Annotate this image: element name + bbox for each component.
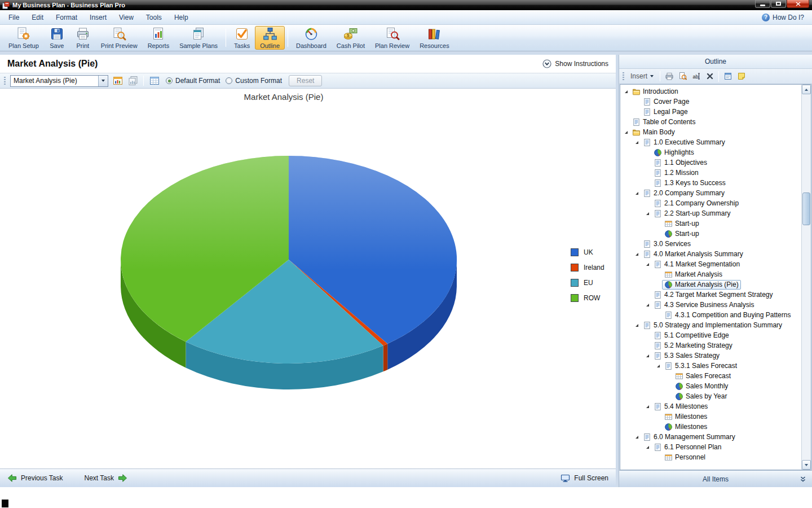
menu-edit[interactable]: Edit xyxy=(25,11,50,24)
tree-scrollbar[interactable] xyxy=(801,85,811,470)
tree-item[interactable]: Cover Page xyxy=(620,97,801,107)
tree-item[interactable]: 5.3 Sales Strategy xyxy=(620,351,801,361)
toolbar-tasks-button[interactable]: Tasks xyxy=(229,26,255,50)
print-button[interactable] xyxy=(663,71,675,82)
next-task-button[interactable]: Next Task xyxy=(84,474,127,483)
print-preview-button[interactable] xyxy=(677,71,689,82)
tree-item[interactable]: Introduction xyxy=(620,86,801,97)
scroll-thumb[interactable] xyxy=(802,192,810,225)
tree-item[interactable]: Market Analysis xyxy=(620,269,801,279)
tree-item[interactable]: Sales by Year xyxy=(620,391,801,401)
menu-help[interactable]: Help xyxy=(168,11,195,24)
tree-item[interactable]: Sales Monthly xyxy=(620,381,801,391)
tree-item[interactable]: 5.0 Strategy and Implementation Summary xyxy=(620,320,801,330)
toolbar-plan-setup-button[interactable]: Plan Setup xyxy=(3,26,44,50)
full-screen-button[interactable]: Full Screen xyxy=(561,474,608,483)
menu-tools[interactable]: Tools xyxy=(140,11,168,24)
tree-item[interactable]: 6.1 Personnel Plan xyxy=(620,442,801,452)
toolbar-resources-button[interactable]: Resources xyxy=(414,26,454,50)
delete-button[interactable] xyxy=(704,71,716,82)
all-items-bar[interactable]: All Items xyxy=(619,470,812,487)
expand-arrow-icon[interactable] xyxy=(644,210,651,217)
expand-arrow-icon[interactable] xyxy=(633,251,641,258)
toolbar-plan-review-button[interactable]: Plan Review xyxy=(370,26,414,50)
expand-arrow-icon[interactable] xyxy=(644,301,651,309)
toolbar-outline-button[interactable]: Outline xyxy=(255,26,285,50)
expand-arrow-icon[interactable] xyxy=(633,433,641,441)
menu-format[interactable]: Format xyxy=(50,11,83,24)
chart-copy-button[interactable] xyxy=(127,75,139,87)
toolbar-cash-pilot-button[interactable]: $Cash Pilot xyxy=(332,26,370,50)
tree-item[interactable]: 6.0 Management Summary xyxy=(620,432,801,442)
tree-item[interactable]: Market Analysis (Pie) xyxy=(620,279,801,290)
tree-item[interactable]: 1.1 Objectives xyxy=(620,157,801,168)
scroll-down-button[interactable] xyxy=(802,460,811,470)
tree-item[interactable]: 5.1 Competitive Edge xyxy=(620,330,801,340)
insert-dropdown[interactable]: Insert xyxy=(627,71,657,82)
tree-item[interactable]: 1.2 Mission xyxy=(620,168,801,178)
tree-item[interactable]: Table of Contents xyxy=(620,117,801,127)
expand-arrow-icon[interactable] xyxy=(633,322,641,329)
reset-button[interactable]: Reset xyxy=(289,75,322,86)
rename-button[interactable]: ab xyxy=(690,71,702,82)
properties-button[interactable] xyxy=(722,71,734,82)
tree-item[interactable]: Personnel xyxy=(620,452,801,462)
tree-item[interactable]: 2.1 Company Ownership xyxy=(620,198,801,208)
menu-file[interactable]: File xyxy=(2,11,25,24)
dropdown-arrow-icon[interactable] xyxy=(98,76,108,86)
expand-arrow-icon[interactable] xyxy=(623,88,630,95)
tree-item[interactable]: 4.3 Service Business Analysis xyxy=(620,300,801,310)
expand-arrow-icon[interactable] xyxy=(655,362,662,370)
previous-task-button[interactable]: Previous Task xyxy=(7,474,63,483)
expand-arrow-icon[interactable] xyxy=(644,352,651,360)
tree-item[interactable]: 4.0 Market Analysis Summary xyxy=(620,249,801,259)
expand-arrow-icon[interactable] xyxy=(623,129,630,136)
toolbar-save-button[interactable]: Save xyxy=(44,26,70,50)
tree-item[interactable]: 5.3.1 Sales Forecast xyxy=(620,361,801,371)
toolbar-grip[interactable] xyxy=(4,77,6,85)
tree-item[interactable]: 2.2 Start-up Summary xyxy=(620,208,801,218)
default-format-radio[interactable]: Default Format xyxy=(166,77,220,85)
tree-item[interactable]: 1.3 Keys to Success xyxy=(620,178,801,188)
tree-item[interactable]: 5.4 Milestones xyxy=(620,401,801,411)
maximize-button[interactable] xyxy=(771,0,786,8)
tree-item[interactable]: 2.0 Company Summary xyxy=(620,188,801,198)
tree-item[interactable]: 3.0 Services xyxy=(620,239,801,249)
table-view-button[interactable] xyxy=(148,75,160,87)
expand-arrow-icon[interactable] xyxy=(633,190,641,197)
expand-arrow-icon[interactable] xyxy=(644,403,651,410)
expand-arrow-icon[interactable] xyxy=(644,261,651,268)
tree-item[interactable]: Milestones xyxy=(620,422,801,432)
tree-item[interactable]: Start-up xyxy=(620,229,801,239)
menu-view[interactable]: View xyxy=(113,11,140,24)
toolbar-dashboard-button[interactable]: Dashboard xyxy=(291,26,332,50)
toolbar-grip[interactable] xyxy=(623,72,624,80)
toolbar-print-preview-button[interactable]: Print Preview xyxy=(96,26,143,50)
custom-format-radio[interactable]: Custom Format xyxy=(226,77,282,85)
tree-item[interactable]: 1.0 Executive Summary xyxy=(620,137,801,147)
tree-item[interactable]: Highlights xyxy=(620,147,801,157)
tree-item[interactable]: 4.2 Target Market Segment Strategy xyxy=(620,290,801,300)
menu-insert[interactable]: Insert xyxy=(83,11,113,24)
tree-item[interactable]: 5.2 Marketing Strategy xyxy=(620,340,801,351)
toolbar-reports-button[interactable]: Reports xyxy=(143,26,175,50)
how-do-i-link[interactable]: ? How Do I? xyxy=(762,14,810,21)
tree-item[interactable]: Legal Page xyxy=(620,107,801,117)
expand-arrow-icon[interactable] xyxy=(633,139,641,146)
tree-item[interactable]: 4.1 Market Segmentation xyxy=(620,259,801,269)
chart-manager-button[interactable] xyxy=(112,75,123,87)
tree-item[interactable]: Sales Forecast xyxy=(620,371,801,381)
tree-item[interactable]: Main Body xyxy=(620,127,801,137)
scroll-up-button[interactable] xyxy=(802,85,811,94)
chart-selector-dropdown[interactable]: Market Analysis (Pie) xyxy=(10,75,108,87)
toolbar-sample-plans-button[interactable]: Sample Plans xyxy=(174,26,223,50)
minimize-button[interactable] xyxy=(755,0,770,8)
show-instructions-toggle[interactable]: Show Instructions xyxy=(542,59,608,68)
tree-item[interactable]: Start-up xyxy=(620,218,801,229)
tree-item[interactable]: Milestones xyxy=(620,411,801,422)
tree-item[interactable]: 4.3.1 Competition and Buying Patterns xyxy=(620,310,801,320)
toolbar-print-button[interactable]: Print xyxy=(70,26,96,50)
close-button[interactable] xyxy=(787,0,809,8)
expand-arrow-icon[interactable] xyxy=(644,444,651,451)
note-button[interactable] xyxy=(735,71,747,82)
